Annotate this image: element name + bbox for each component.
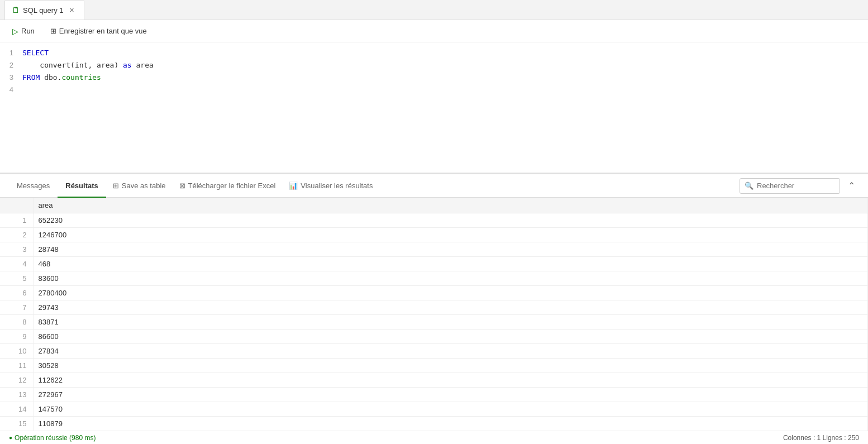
line-num-1: 1 [0,47,22,59]
search-box[interactable]: 🔍 [740,178,840,194]
table-row: 10 27834 [0,344,868,359]
table-row: 15 110879 [0,417,868,431]
alias-area: area [132,61,154,69]
row-number-cell: 12 [0,373,34,388]
data-table-container[interactable]: area 1 652230 2 1246700 3 28748 4 468 5 … [0,198,868,431]
editor-toolbar: ▷ Run ⊞ Enregistrer en tant que vue [0,20,868,42]
row-number-cell: 14 [0,402,34,417]
row-number-cell: 13 [0,388,34,402]
code-lines: 1 SELECT 2 convert(int, area) as area 3 … [0,47,868,96]
search-icon: 🔍 [745,182,753,190]
area-cell: 147570 [34,402,868,417]
results-table: area 1 652230 2 1246700 3 28748 4 468 5 … [0,198,868,431]
table-row: 13 272967 [0,388,868,402]
table-header-row: area [0,198,868,213]
chart-icon: 📊 [289,182,298,190]
save-view-button[interactable]: ⊞ Enregistrer en tant que vue [47,25,150,37]
area-cell: 112622 [34,373,868,388]
line-num-2: 2 [0,59,22,71]
table-body: 1 652230 2 1246700 3 28748 4 468 5 83600… [0,213,868,431]
table-row: 3 28748 [0,242,868,257]
line-content-1: SELECT [22,47,49,59]
code-line-3: 3 FROM dbo.countries [0,71,868,84]
area-cell: 29743 [34,300,868,315]
tab-resultats[interactable]: Résultats [58,174,106,198]
area-cell: 2780400 [34,286,868,300]
area-cell: 86600 [34,330,868,344]
row-number-cell: 9 [0,330,34,344]
code-line-4: 4 [0,84,868,96]
table-row: 4 468 [0,257,868,271]
area-cell: 272967 [34,388,868,402]
tab-messages-label: Messages [17,182,50,190]
area-cell: 110879 [34,417,868,431]
save-view-icon: ⊞ [50,27,56,35]
table-row: 8 83871 [0,315,868,330]
save-as-table-button[interactable]: ⊞ Save as table [106,174,173,198]
area-cell: 83600 [34,271,868,286]
code-line-1: 1 SELECT [0,47,868,59]
run-icon: ▷ [12,27,18,36]
area-cell: 27834 [34,344,868,359]
status-message: Opération réussie (980 ms) [9,434,96,442]
code-line-2: 2 convert(int, area) as area [0,59,868,71]
status-stats: Colonnes : 1 Lignes : 250 [783,434,859,442]
excel-icon: ⊠ [179,182,185,190]
download-excel-label: Télécharger le fichier Excel [188,182,276,190]
row-number-header [0,198,34,213]
sql-query-tab[interactable]: 🗒 SQL query 1 × [4,1,84,20]
table-row: 2 1246700 [0,228,868,242]
row-number-cell: 2 [0,228,34,242]
keyword-as: as [123,61,132,69]
area-cell: 652230 [34,213,868,228]
table-row: 9 86600 [0,330,868,344]
row-number-cell: 6 [0,286,34,300]
keyword-from: FROM [22,73,40,82]
download-excel-button[interactable]: ⊠ Télécharger le fichier Excel [173,174,283,198]
tab-messages[interactable]: Messages [9,174,58,198]
table-row: 12 112622 [0,373,868,388]
line-content-2: convert(int, area) as area [22,59,154,71]
row-number-cell: 10 [0,344,34,359]
keyword-select: SELECT [22,49,49,57]
tab-close-button[interactable]: × [67,5,77,15]
visualize-button[interactable]: 📊 Visualiser les résultats [282,174,379,198]
line-num-3: 3 [0,71,22,84]
row-number-cell: 5 [0,271,34,286]
row-number-cell: 3 [0,242,34,257]
line-content-4 [22,84,27,96]
visualize-label: Visualiser les résultats [301,182,373,190]
tab-title: SQL query 1 [23,6,64,15]
area-cell: 28748 [34,242,868,257]
status-bar: Opération réussie (980 ms) Colonnes : 1 … [0,431,868,444]
results-panel: Messages Résultats ⊞ Save as table ⊠ Tél… [0,174,868,431]
area-column-header: area [34,198,868,213]
fn-convert: convert [40,61,70,69]
collapse-button[interactable]: ⌃ [843,178,859,194]
row-number-cell: 8 [0,315,34,330]
table-row: 1 652230 [0,213,868,228]
row-number-cell: 15 [0,417,34,431]
row-number-cell: 7 [0,300,34,315]
tab-resultats-label: Résultats [65,182,98,190]
run-button[interactable]: ▷ Run [9,25,38,37]
run-label: Run [21,27,35,35]
table-row: 7 29743 [0,300,868,315]
table-row: 5 83600 [0,271,868,286]
table-row: 11 30528 [0,359,868,373]
row-number-cell: 11 [0,359,34,373]
save-table-label: Save as table [122,182,166,190]
schema-name: dbo. [40,73,61,82]
area-cell: 1246700 [34,228,868,242]
search-input[interactable] [757,182,835,190]
results-tabs: Messages Résultats ⊞ Save as table ⊠ Tél… [0,174,868,198]
fn-args: (int, area) [70,61,123,69]
save-view-label: Enregistrer en tant que vue [59,27,147,35]
save-table-icon: ⊞ [113,182,119,190]
tab-bar: 🗒 SQL query 1 × [0,0,868,20]
table-row: 6 2780400 [0,286,868,300]
line-num-4: 4 [0,84,22,96]
line-content-3: FROM dbo.countries [22,71,101,84]
sql-editor[interactable]: 1 SELECT 2 convert(int, area) as area 3 … [0,42,868,174]
table-row: 14 147570 [0,402,868,417]
